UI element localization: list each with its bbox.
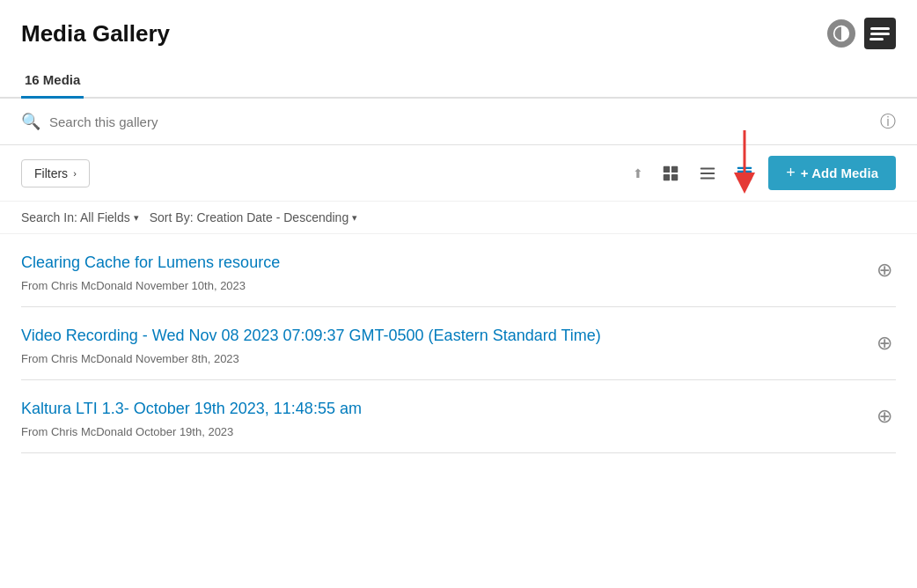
compact-view-button[interactable] bbox=[731, 160, 758, 187]
media-item-meta-3: From Chris McDonald October 19th, 2023 bbox=[21, 425, 873, 438]
svg-rect-4 bbox=[671, 173, 678, 180]
media-item-meta-2: From Chris McDonald November 8th, 2023 bbox=[21, 352, 873, 365]
media-item-action-2[interactable]: ⊕ bbox=[873, 330, 896, 356]
media-item-title-1[interactable]: Clearing Cache for Lumens resource bbox=[21, 254, 873, 272]
media-item-meta-1: From Chris McDonald November 10th, 2023 bbox=[21, 279, 873, 292]
media-item-action-1[interactable]: ⊕ bbox=[873, 257, 896, 283]
filters-button[interactable]: Filters › bbox=[21, 159, 90, 187]
svg-rect-3 bbox=[664, 173, 670, 180]
menu-line-2 bbox=[870, 33, 890, 35]
svg-rect-9 bbox=[737, 170, 752, 172]
add-media-plus-icon: + bbox=[786, 164, 796, 182]
search-in-chevron-icon: ▾ bbox=[134, 212, 139, 224]
header-actions bbox=[827, 18, 896, 49]
contrast-icon[interactable] bbox=[827, 19, 855, 48]
list-icon bbox=[698, 164, 717, 183]
header: Media Gallery bbox=[0, 0, 917, 63]
search-in-label: Search In: All Fields bbox=[21, 210, 130, 224]
list-view-button[interactable] bbox=[694, 160, 721, 187]
compact-icon bbox=[735, 164, 754, 183]
filters-chevron-icon: › bbox=[73, 168, 77, 179]
search-icon: 🔍 bbox=[21, 112, 40, 131]
media-item-title-2[interactable]: Video Recording - Wed Nov 08 2023 07:09:… bbox=[21, 327, 873, 345]
menu-line-3 bbox=[869, 38, 884, 40]
grid-icon bbox=[661, 164, 680, 183]
svg-rect-10 bbox=[737, 173, 752, 175]
search-bar: 🔍 ⓘ bbox=[0, 99, 917, 145]
svg-rect-11 bbox=[737, 178, 752, 180]
media-item-action-3[interactable]: ⊕ bbox=[873, 403, 896, 430]
search-in-select[interactable]: Search In: All Fields ▾ bbox=[21, 210, 139, 224]
media-item-content-3: Kaltura LTI 1.3- October 19th 2023, 11:4… bbox=[21, 400, 873, 438]
svg-rect-1 bbox=[664, 165, 670, 172]
menu-line-1 bbox=[870, 27, 890, 30]
tabs-bar: 16 Media bbox=[0, 63, 917, 99]
media-item-content-1: Clearing Cache for Lumens resource From … bbox=[21, 254, 873, 292]
svg-rect-7 bbox=[701, 177, 715, 179]
svg-rect-2 bbox=[671, 165, 678, 172]
menu-icon-button[interactable] bbox=[864, 18, 896, 49]
svg-rect-5 bbox=[701, 167, 715, 169]
table-row: Video Recording - Wed Nov 08 2023 07:09:… bbox=[21, 307, 896, 380]
cursor-icon: ⬆ bbox=[633, 166, 643, 180]
svg-rect-6 bbox=[701, 173, 715, 174]
svg-rect-8 bbox=[737, 166, 752, 168]
media-item-title-3[interactable]: Kaltura LTI 1.3- October 19th 2023, 11:4… bbox=[21, 400, 873, 418]
sort-by-chevron-icon: ▾ bbox=[352, 212, 357, 224]
sort-by-label: Sort By: Creation Date - Descending bbox=[150, 210, 348, 224]
table-row: Clearing Cache for Lumens resource From … bbox=[21, 234, 896, 307]
media-item-content-2: Video Recording - Wed Nov 08 2023 07:09:… bbox=[21, 327, 873, 365]
sort-by-select[interactable]: Sort By: Creation Date - Descending ▾ bbox=[150, 210, 357, 224]
info-icon[interactable]: ⓘ bbox=[880, 111, 896, 132]
search-input[interactable] bbox=[49, 114, 871, 129]
add-media-button[interactable]: + + Add Media bbox=[768, 156, 896, 190]
tab-16-media[interactable]: 16 Media bbox=[21, 63, 84, 99]
table-row: Kaltura LTI 1.3- October 19th 2023, 11:4… bbox=[21, 380, 896, 453]
grid-view-button[interactable] bbox=[657, 160, 684, 187]
add-media-label: + Add Media bbox=[801, 165, 878, 180]
toolbar: Filters › ⬆ + + Add Media bbox=[0, 145, 917, 202]
page-title: Media Gallery bbox=[21, 20, 170, 48]
filters-label: Filters bbox=[34, 166, 68, 180]
filter-row: Search In: All Fields ▾ Sort By: Creatio… bbox=[0, 202, 917, 234]
media-list: Clearing Cache for Lumens resource From … bbox=[0, 234, 917, 453]
